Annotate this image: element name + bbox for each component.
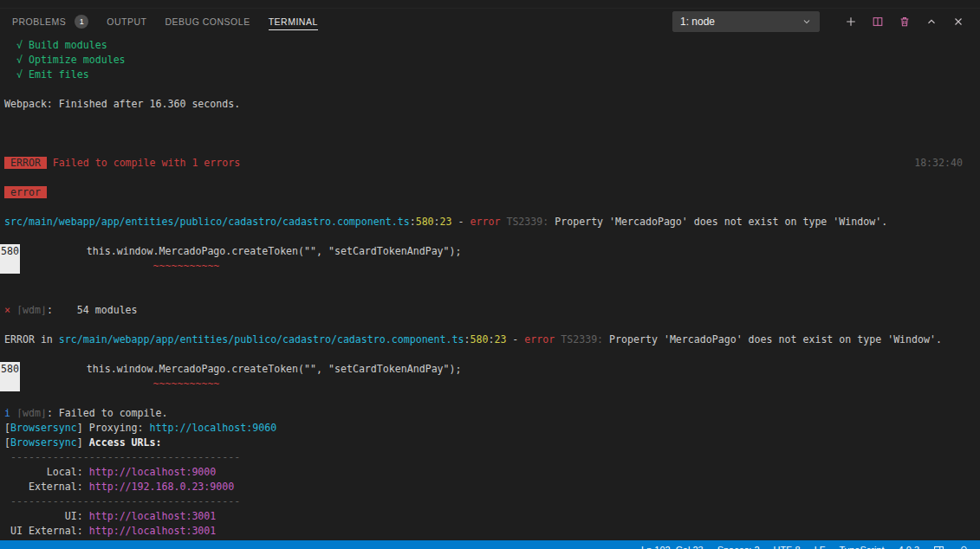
terminal-line: √ Emit files bbox=[0, 68, 980, 82]
terminal-line bbox=[0, 200, 980, 215]
terminal-line bbox=[0, 318, 980, 333]
editor-strip[interactable]: 54 private fb: FormBuilder; bbox=[0, 0, 980, 9]
terminal-line bbox=[0, 347, 980, 362]
terminal-selector-value: 1: node bbox=[680, 16, 715, 28]
terminal-line: src/main/webapp/app/entities/publico/cad… bbox=[0, 215, 980, 229]
split-icon bbox=[872, 16, 884, 28]
bell-icon[interactable] bbox=[958, 545, 970, 549]
trash-icon bbox=[899, 16, 911, 28]
terminal-line: UI: http://localhost:3001 bbox=[0, 509, 980, 524]
editor-visible-line: 54 private fb: FormBuilder; bbox=[0, 0, 27, 9]
terminal-line bbox=[0, 112, 980, 126]
terminal-line bbox=[0, 274, 980, 288]
tab-problems-label: PROBLEMS bbox=[12, 16, 66, 27]
terminal-timestamp: 18:32:40 bbox=[914, 156, 963, 171]
maximize-panel-button[interactable] bbox=[922, 12, 941, 31]
split-terminal-button[interactable] bbox=[868, 12, 887, 31]
kill-terminal-button[interactable] bbox=[895, 12, 914, 31]
terminal-line: -------------------------------------- bbox=[0, 494, 980, 509]
tab-debug-console-label: DEBUG CONSOLE bbox=[165, 16, 250, 27]
feedback-icon[interactable] bbox=[933, 545, 944, 549]
tab-terminal[interactable]: TERMINAL bbox=[269, 9, 318, 35]
chevron-down-icon bbox=[802, 16, 812, 27]
terminal-line: ~~~~~~~~~~~ bbox=[0, 377, 980, 391]
terminal-line: [Browsersync] Access URLs: bbox=[0, 436, 980, 450]
new-terminal-button[interactable] bbox=[841, 12, 860, 31]
terminal-line: 580 this.window.MercadoPago.createToken(… bbox=[0, 362, 980, 377]
terminal-line bbox=[0, 82, 980, 97]
tab-terminal-label: TERMINAL bbox=[269, 16, 318, 27]
tab-problems[interactable]: PROBLEMS 1 bbox=[12, 9, 88, 35]
status-bar: Ln 102, Col 23 Spaces: 2 UTF-8 LF TypeSc… bbox=[0, 540, 980, 549]
terminal-line bbox=[0, 126, 980, 141]
terminal-line: -------------------------------------- bbox=[0, 450, 980, 465]
terminal-line: Webpack: Finished after 16.360 seconds. bbox=[0, 97, 980, 112]
cursor-position[interactable]: Ln 102, Col 23 bbox=[641, 545, 704, 549]
tab-debug-console[interactable]: DEBUG CONSOLE bbox=[165, 9, 250, 35]
terminal-selector[interactable]: 1: node bbox=[672, 11, 820, 32]
indentation-setting[interactable]: Spaces: 2 bbox=[717, 545, 760, 549]
tab-output[interactable]: OUTPUT bbox=[107, 9, 146, 35]
terminal-line bbox=[0, 391, 980, 406]
terminal-line bbox=[0, 171, 980, 185]
terminal-line: √ Build modules bbox=[0, 38, 980, 53]
tab-output-label: OUTPUT bbox=[107, 16, 146, 27]
chevron-up-icon bbox=[925, 16, 938, 28]
terminal-line bbox=[0, 288, 980, 303]
plus-icon bbox=[845, 16, 857, 28]
terminal-line: External: http://192.168.0.23:9000 bbox=[0, 480, 980, 494]
terminal-line: × ⌈wdm⌋: 54 modules bbox=[0, 303, 980, 318]
terminal-line: Local: http://localhost:9000 bbox=[0, 465, 980, 480]
encoding-setting[interactable]: UTF-8 bbox=[774, 545, 801, 549]
terminal-controls: 1: node bbox=[672, 11, 968, 32]
panel-tabs: PROBLEMS 1 OUTPUT DEBUG CONSOLE TERMINAL bbox=[12, 9, 336, 35]
language-mode[interactable]: TypeScript bbox=[840, 545, 885, 549]
terminal-line bbox=[0, 141, 980, 156]
terminal-line: ERROR Failed to compile with 1 errors18:… bbox=[0, 156, 980, 171]
panel-header: PROBLEMS 1 OUTPUT DEBUG CONSOLE TERMINAL… bbox=[0, 9, 980, 35]
terminal-line: error bbox=[0, 185, 980, 200]
terminal-line: [Browsersync] Proxying: http://localhost… bbox=[0, 421, 980, 436]
terminal-output[interactable]: √ Build modules √ Optimize modules √ Emi… bbox=[0, 38, 980, 540]
terminal-line: ~~~~~~~~~~~ bbox=[0, 259, 980, 274]
problems-count-badge: 1 bbox=[75, 15, 88, 29]
close-panel-button[interactable] bbox=[949, 12, 968, 31]
vscode-window: { "editor_strip": { "line_number": "54",… bbox=[0, 0, 980, 549]
terminal-line: ERROR in src/main/webapp/app/entities/pu… bbox=[0, 333, 980, 347]
close-icon bbox=[952, 16, 964, 28]
eol-setting[interactable]: LF bbox=[815, 545, 826, 549]
terminal-line: i ⌈wdm⌋: Failed to compile. bbox=[0, 406, 980, 421]
version-indicator[interactable]: 4.0.3 bbox=[899, 545, 919, 549]
terminal-line: 580 this.window.MercadoPago.createToken(… bbox=[0, 244, 980, 259]
terminal-line: UI External: http://localhost:3001 bbox=[0, 524, 980, 539]
terminal-line: √ Optimize modules bbox=[0, 53, 980, 68]
terminal-line bbox=[0, 229, 980, 244]
